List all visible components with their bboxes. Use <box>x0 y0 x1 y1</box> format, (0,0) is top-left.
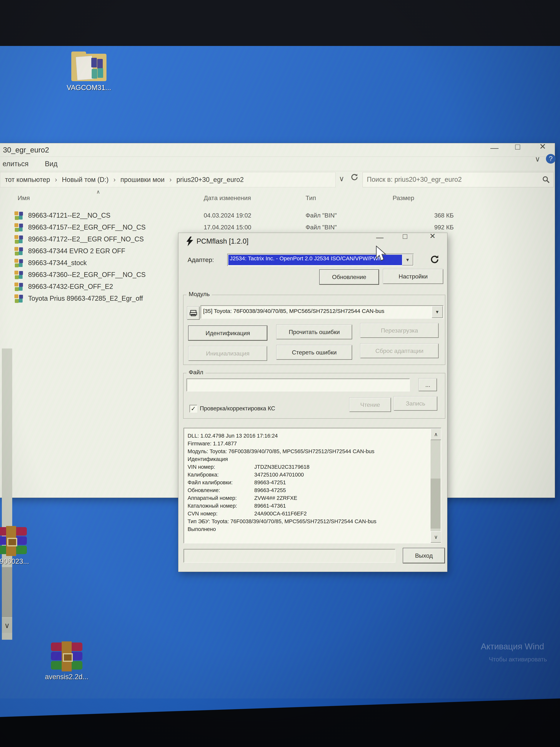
read-button[interactable]: Чтение <box>349 398 391 412</box>
module-info-icon[interactable] <box>187 307 199 319</box>
winrar-icon <box>0 527 27 555</box>
column-header-size[interactable]: Размер <box>393 194 414 202</box>
monitor-bezel-top <box>0 0 560 46</box>
file-group: Файл ... ✓ Проверка/корректировка КС Чте… <box>183 373 445 419</box>
chevron-down-icon[interactable]: ▼ <box>432 306 443 318</box>
bin-file-icon <box>15 223 23 232</box>
update-button[interactable]: Обновление <box>320 270 379 284</box>
desktop-icon-vagcom[interactable]: VAGCOM31... <box>67 52 111 92</box>
log-line: DLL: 1.02.4798 Jun 13 2016 17:16:24 <box>188 432 441 440</box>
log-line: Идентификация <box>188 455 441 463</box>
checksum-checkbox[interactable]: ✓ <box>189 405 197 413</box>
checksum-label: Проверка/корректировка КС <box>200 405 275 412</box>
address-dropdown-icon[interactable]: ∨ <box>339 174 344 183</box>
minimize-icon[interactable]: — <box>376 233 383 241</box>
minimize-icon[interactable]: — <box>490 143 499 153</box>
bin-file-icon <box>15 235 23 243</box>
log-line: VIN номер:JTDZN3EU2C3179618 <box>188 463 441 471</box>
activation-watermark-line1: Активация Wind <box>481 641 560 651</box>
settings-button[interactable]: Настройки <box>383 269 443 284</box>
help-icon[interactable]: ? <box>546 154 556 163</box>
scrollbar-thumb[interactable] <box>2 567 12 617</box>
log-line: Обновление:89663-47255 <box>188 486 441 494</box>
sort-ascending-icon[interactable]: ∧ <box>96 189 100 195</box>
ribbon-tab-share[interactable]: елиться <box>3 160 28 168</box>
init-button[interactable]: Инициализация <box>188 346 267 361</box>
bin-file-icon <box>15 283 23 291</box>
bin-file-icon <box>15 247 23 256</box>
ribbon-tab-view[interactable]: Вид <box>45 160 58 168</box>
log-line: Калибровка:34725100 A4701000 <box>188 471 441 479</box>
pcmflash-window: PCMflash [1.2.0] — □ ✕ Адаптер: J2534: T… <box>178 233 447 572</box>
log-line: Firmware: 1.17.4877 <box>188 440 441 447</box>
log-output: DLL: 1.02.4798 Jun 13 2016 17:16:24 Firm… <box>184 428 441 543</box>
desktop-icon-label: avensis2.2d... <box>43 673 91 681</box>
bin-file-icon <box>15 271 23 279</box>
reboot-button[interactable]: Перезагрузка <box>361 323 438 338</box>
log-line: Аппаратный номер:ZVW4## 2ZRFXE <box>188 494 441 502</box>
winrar-icon <box>51 643 82 670</box>
desktop-icon-label: VAGCOM31... <box>67 84 111 92</box>
close-icon[interactable]: ✕ <box>429 232 436 240</box>
desktop-icon-archive-906023[interactable]: 906023... <box>0 527 33 565</box>
table-row[interactable]: 89663-47121--E2__NO_CS 04.03.2024 19:02 … <box>13 210 554 222</box>
bin-file-icon <box>15 211 23 220</box>
breadcrumb-separator-icon: › <box>169 176 172 184</box>
reset-adaptation-button[interactable]: Сброс адаптации <box>361 344 438 358</box>
scrollbar[interactable]: ∨ <box>2 349 12 640</box>
log-line: Файл калибровки:89663-47251 <box>188 479 441 486</box>
progress-bar <box>184 549 395 563</box>
photo-of-screen: VAGCOM31... 30_egr_euro2 — □ ✕ елиться В… <box>0 0 560 747</box>
identification-button[interactable]: Идентификация <box>188 326 267 340</box>
desktop-icon-avensis[interactable]: avensis2.2d... <box>43 643 91 681</box>
browse-button[interactable]: ... <box>419 379 437 391</box>
close-icon[interactable]: ✕ <box>539 142 546 151</box>
dialog-title: PCMflash [1.2.0] <box>196 237 248 245</box>
file-path-input[interactable] <box>186 379 410 391</box>
search-input[interactable] <box>367 174 534 186</box>
log-line: Выполнено <box>188 525 441 533</box>
bin-file-icon <box>15 259 23 267</box>
folder-icon <box>71 52 106 81</box>
breadcrumb-item[interactable]: прошивки мои <box>121 176 164 184</box>
log-line: Каталожный номер:89661-47361 <box>188 502 441 510</box>
adapter-refresh-icon[interactable] <box>429 254 440 265</box>
scrollbar[interactable]: ∧ ∨ <box>431 429 441 543</box>
search-field[interactable] <box>363 172 554 187</box>
exit-button[interactable]: Выход <box>403 548 445 563</box>
log-line: CVN номер:24A900CA-611F6EF2 <box>188 510 441 517</box>
lightning-icon <box>185 237 194 246</box>
breadcrumb-item[interactable]: тот компьютер <box>5 176 50 184</box>
read-errors-button[interactable]: Прочитать ошибки <box>276 325 352 339</box>
breadcrumb-item[interactable]: Новый том (D:) <box>62 176 108 184</box>
breadcrumb-item[interactable]: prius20+30_egr_euro2 <box>177 176 244 184</box>
module-group: Модуль [35] Toyota: 76F0038/39/40/70/85,… <box>183 295 445 365</box>
scrollbar-thumb[interactable] <box>431 479 441 529</box>
column-header-type[interactable]: Тип <box>305 194 316 202</box>
search-icon[interactable] <box>542 175 550 184</box>
write-button[interactable]: Запись <box>394 396 437 411</box>
scrollbar-down-icon[interactable]: ∨ <box>2 618 12 633</box>
erase-errors-button[interactable]: Стереть ошибки <box>276 345 352 360</box>
adapter-label: Адаптер: <box>188 256 214 263</box>
refresh-icon[interactable] <box>350 173 358 183</box>
log-line: Тип ЭБУ: Toyota: 76F0038/39/40/70/85, MP… <box>188 517 441 525</box>
scrollbar-down-icon[interactable]: ∨ <box>431 531 441 543</box>
window-title: 30_egr_euro2 <box>3 146 49 154</box>
breadcrumb-separator-icon: › <box>55 176 57 184</box>
adapter-combobox[interactable]: J2534: Tactrix Inc. - OpenPort 2.0 J2534… <box>227 254 414 266</box>
breadcrumb-separator-icon: › <box>113 176 115 184</box>
bin-file-icon <box>15 294 23 303</box>
column-header-date[interactable]: Дата изменения <box>204 194 251 202</box>
maximize-icon[interactable]: □ <box>515 142 520 151</box>
log-line: Модуль: Toyota: 76F0038/39/40/70/85, MPC… <box>188 447 441 455</box>
module-combobox[interactable]: [35] Toyota: 76F0038/39/40/70/85, MPC565… <box>201 305 444 319</box>
column-header-name[interactable]: Имя <box>18 194 30 202</box>
activation-watermark-line2: Чтобы активировать <box>489 656 560 663</box>
chevron-down-icon[interactable]: ▼ <box>402 254 413 265</box>
ribbon-collapse-icon[interactable]: ∨ <box>535 155 540 163</box>
desktop-icon-label: 906023... <box>0 558 33 565</box>
table-row[interactable]: 89663-47157--E2_EGR_OFF__NO_CS 17.04.202… <box>13 222 554 233</box>
scrollbar-up-icon[interactable]: ∧ <box>431 429 441 440</box>
maximize-icon[interactable]: □ <box>403 232 407 240</box>
